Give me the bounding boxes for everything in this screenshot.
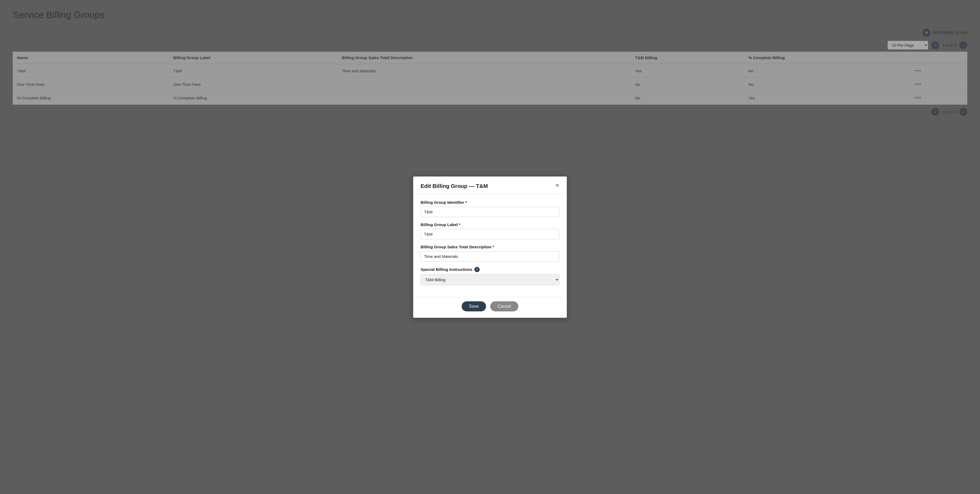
modal-footer: Save Cancel [413,297,567,318]
billing-group-identifier-label: Billing Group Identifier * [421,200,559,205]
modal-overlay: Edit Billing Group — T&M ✕ Billing Group… [0,0,980,494]
billing-group-label-group: Billing Group Label * [421,222,559,239]
special-billing-instructions-label: Special Billing Instructions [421,267,472,272]
special-billing-instructions-select[interactable]: T&M Billing % Complete Billing None [421,274,559,285]
modal-body: Billing Group Identifier * Billing Group… [413,194,567,297]
special-billing-label-row: Special Billing Instructions ? [421,267,559,272]
billing-group-identifier-input[interactable] [421,207,559,217]
help-icon[interactable]: ? [474,267,480,272]
billing-group-label-input[interactable] [421,229,559,239]
modal-title: Edit Billing Group — T&M [421,183,488,189]
billing-group-sales-total-input[interactable] [421,251,559,261]
modal-header: Edit Billing Group — T&M ✕ [413,177,567,194]
billing-group-identifier-group: Billing Group Identifier * [421,200,559,217]
cancel-button[interactable]: Cancel [490,301,518,311]
save-button[interactable]: Save [462,301,486,311]
billing-group-sales-total-group: Billing Group Sales Total Description * [421,245,559,261]
billing-group-label-label: Billing Group Label * [421,222,559,227]
billing-group-sales-total-label: Billing Group Sales Total Description * [421,245,559,249]
modal-close-button[interactable]: ✕ [555,183,559,188]
special-billing-instructions-group: Special Billing Instructions ? T&M Billi… [421,267,559,285]
edit-billing-group-modal: Edit Billing Group — T&M ✕ Billing Group… [413,177,567,318]
